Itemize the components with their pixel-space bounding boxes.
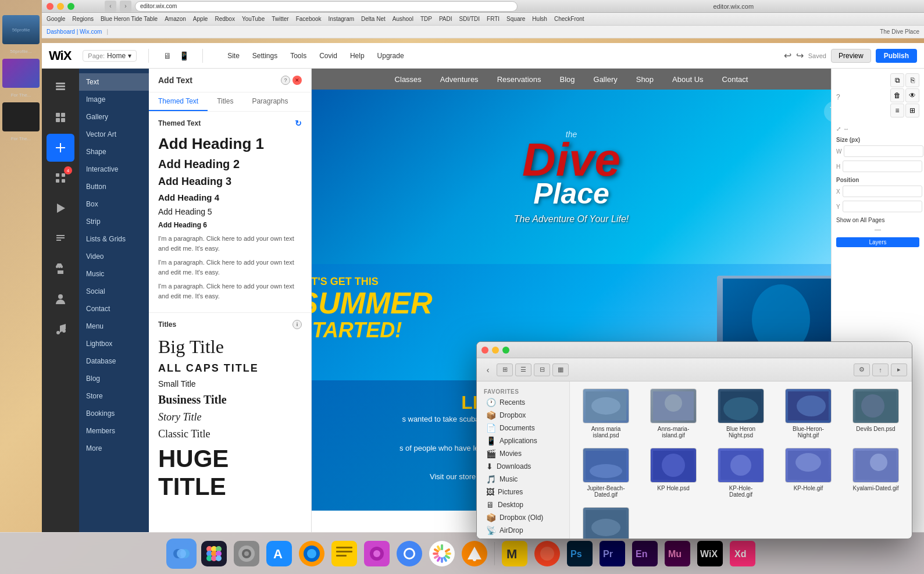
nav-site[interactable]: Site <box>222 49 245 62</box>
dock-wix[interactable]: WiX <box>695 539 725 569</box>
sidebar-shop[interactable] <box>47 255 74 283</box>
finder-movies[interactable]: 🎬 Movies <box>479 447 567 460</box>
finder-documents[interactable]: 📄 Documents <box>479 422 567 434</box>
finder-recents[interactable]: 🕐 Recents <box>479 396 567 409</box>
finder-view-col[interactable]: ⊟ <box>534 363 550 376</box>
finder-file-6[interactable]: KP Hole.psd <box>642 445 705 500</box>
dock-xd[interactable]: Xd <box>727 539 758 569</box>
forward-button[interactable]: › <box>120 1 131 12</box>
dock-encore[interactable]: En <box>630 539 660 569</box>
y-input[interactable] <box>843 201 922 212</box>
add-heading-1[interactable]: Add Heading 1 <box>158 135 302 153</box>
add-heading-2[interactable]: Add Heading 2 <box>158 158 302 171</box>
bookmark-padi[interactable]: PADI <box>439 16 452 22</box>
finder-downloads[interactable]: ⬇ Downloads <box>479 460 567 473</box>
bookmark-redbox[interactable]: Redbox <box>215 16 234 22</box>
bookmark-twitter[interactable]: Twitter <box>272 16 288 22</box>
finder-dropbox[interactable]: 📦 Dropbox <box>479 409 567 422</box>
sidebar-music[interactable] <box>47 315 74 343</box>
nav-help[interactable]: Help <box>344 49 370 62</box>
copy-icon[interactable]: ⧉ <box>890 73 904 87</box>
text-panel-shape[interactable]: Shape <box>79 143 149 161</box>
delete-icon[interactable]: 🗑 <box>890 88 904 102</box>
dock-firefox[interactable] <box>297 539 327 569</box>
nav-contact[interactable]: Contact <box>722 75 748 84</box>
finder-back-btn[interactable]: ‹ <box>481 363 494 376</box>
group-icon[interactable]: ⊞ <box>905 104 919 117</box>
close-panel-button[interactable]: ✕ <box>292 76 302 85</box>
page-selector[interactable]: Page: Home ▾ <box>83 50 137 62</box>
url-bar[interactable]: editor.wix.com <box>135 1 518 12</box>
sidebar-apps[interactable]: 4 <box>47 164 74 192</box>
text-panel-strip[interactable]: Strip <box>79 213 149 230</box>
text-panel-contact[interactable]: Contact <box>79 300 149 318</box>
layers-button[interactable]: Layers <box>836 237 919 247</box>
bookmark-youtube[interactable]: YouTube <box>242 16 265 22</box>
nav-classes[interactable]: Classes <box>395 75 422 84</box>
bookmark-frti[interactable]: FRTI <box>487 16 500 22</box>
nav-covid[interactable]: Covid <box>313 49 343 62</box>
finder-action-btn[interactable]: ▸ <box>891 363 907 376</box>
bookmark-instagram[interactable]: Instagram <box>329 16 354 22</box>
dock-muse[interactable]: Mu <box>662 539 693 569</box>
dock-chrome[interactable] <box>394 539 424 569</box>
align-icon[interactable]: ≡ <box>890 104 904 117</box>
classic-title[interactable]: Classic Title <box>158 428 302 440</box>
add-heading-5[interactable]: Add Heading 5 <box>158 207 302 216</box>
desktop-thumb-3[interactable] <box>2 102 40 131</box>
close-dot[interactable] <box>47 3 53 10</box>
finder-close[interactable] <box>481 347 488 354</box>
text-panel-image[interactable]: Image <box>79 91 149 108</box>
sidebar-members[interactable] <box>47 285 74 313</box>
dock-syspreferences[interactable] <box>231 539 262 569</box>
finder-view-list[interactable]: ☰ <box>515 363 531 376</box>
dock-premiere[interactable]: Pr <box>597 539 627 569</box>
bookmark-apple[interactable]: Apple <box>193 16 208 22</box>
bookmark-regions[interactable]: Regions <box>72 16 94 22</box>
height-input[interactable] <box>843 161 922 172</box>
minimize-dot[interactable] <box>57 3 64 10</box>
nav-about[interactable]: About Us <box>672 75 703 84</box>
all-caps-title[interactable]: ALL CAPS TITLE <box>158 362 302 375</box>
story-title[interactable]: Story Title <box>158 411 302 423</box>
text-panel-more[interactable]: More <box>79 440 149 457</box>
text-panel-box[interactable]: Box <box>79 195 149 213</box>
text-panel-store[interactable]: Store <box>79 387 149 405</box>
text-panel-button[interactable]: Button <box>79 178 149 195</box>
bookmark-sdi[interactable]: SDI/TDI <box>459 16 480 22</box>
redo-btn[interactable]: ↪ <box>796 50 804 61</box>
finder-music[interactable]: 🎵 Music <box>479 473 567 486</box>
text-panel-bookings[interactable]: Bookings <box>79 405 149 422</box>
business-title[interactable]: Business Title <box>158 393 302 407</box>
bookmark-blue-heron[interactable]: Blue Heron Tide Table <box>101 16 158 22</box>
nav-reservations[interactable]: Reservations <box>497 75 541 84</box>
bookmark-amazon[interactable]: Amazon <box>165 16 186 22</box>
paragraph-2[interactable]: I'm a paragraph. Click here to add your … <box>158 258 302 277</box>
add-heading-3[interactable]: Add Heading 3 <box>158 176 302 188</box>
text-panel-gallery[interactable]: Gallery <box>79 108 149 126</box>
text-panel-vector-art[interactable]: Vector Art <box>79 126 149 143</box>
x-input[interactable] <box>843 186 922 197</box>
finder-dropbox-old[interactable]: 📦 Dropbox (Old) <box>479 511 567 524</box>
titles-info[interactable]: i <box>292 320 302 329</box>
text-panel-database[interactable]: Database <box>79 352 149 370</box>
finder-airdrop[interactable]: 📡 AirDrop <box>479 524 567 537</box>
info-button[interactable]: ? <box>281 76 290 85</box>
publish-button[interactable]: Publish <box>876 49 917 63</box>
text-panel-interactive[interactable]: Interactive <box>79 161 149 178</box>
desktop-thumb-2[interactable] <box>2 59 40 88</box>
finder-file-4[interactable]: Devils Den.psd <box>844 386 907 441</box>
themed-text-refresh[interactable]: ↻ <box>295 119 302 128</box>
sidebar-sections[interactable] <box>47 104 74 131</box>
finder-file-5[interactable]: Jupiter-Beach-Dated.gif <box>575 445 637 500</box>
finder-maximize[interactable] <box>502 347 509 354</box>
dock-miro[interactable]: M <box>500 539 530 569</box>
tab-paragraphs[interactable]: Paragraphs <box>242 92 297 111</box>
bookmark-aushole[interactable]: Aushool <box>393 16 413 22</box>
text-panel-text[interactable]: Text <box>79 73 149 91</box>
nav-gallery[interactable]: Gallery <box>594 75 618 84</box>
text-panel-lists[interactable]: Lists & Grids <box>79 230 149 248</box>
dock-notes[interactable] <box>329 539 359 569</box>
finder-file-0[interactable]: Anns maria island.psd <box>575 386 637 441</box>
nav-settings[interactable]: Settings <box>247 49 283 62</box>
